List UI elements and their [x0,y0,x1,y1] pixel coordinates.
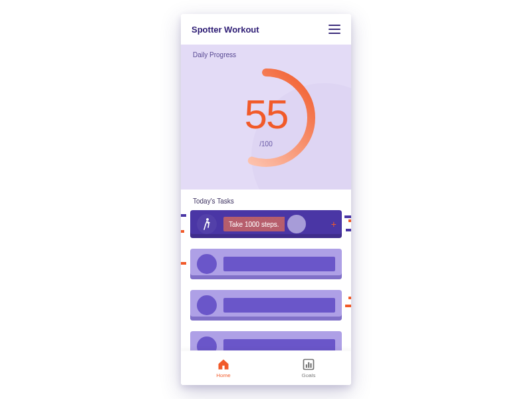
progress-value: 55 [245,94,288,135]
svg-point-1 [206,218,209,221]
task-progress-bar[interactable]: Take 1000 steps. [223,217,335,231]
nav-goals[interactable]: Goals [266,351,351,385]
bar-chart-icon [302,358,315,371]
task-row: Take 1000 steps. + [181,210,351,238]
decor-tick [348,219,351,222]
daily-progress-label: Daily Progress [193,51,236,59]
task-progress-bar [223,257,335,271]
task-icon-placeholder [197,336,217,350]
svg-rect-3 [306,364,307,368]
progress-ring: 55 /100 [213,65,319,171]
task-card[interactable] [190,290,342,321]
walk-icon [197,214,217,234]
task-card[interactable] [190,331,342,350]
nav-goals-label: Goals [302,372,316,378]
decor-tick [346,229,351,231]
bottom-nav: Home Goals [181,350,351,385]
svg-rect-4 [308,362,309,368]
task-row [181,249,351,279]
decor-tick [181,230,184,233]
task-label: Take 1000 steps. [223,221,279,228]
nav-home-label: Home [216,372,230,378]
task-progress-bar [223,339,335,350]
decor-tick [345,305,351,307]
menu-icon[interactable] [329,25,340,34]
decor-tick [181,214,186,217]
phone-frame: Spotter Workout Daily Progress [181,14,351,385]
daily-progress-panel: Daily Progress 55 /100 [181,45,351,190]
app-title: Spotter Workout [192,25,259,35]
home-icon [217,358,230,371]
add-icon[interactable]: + [331,219,336,229]
decor-tick [348,297,351,299]
svg-rect-5 [311,363,312,368]
task-icon-placeholder [197,254,217,274]
slider-knob[interactable] [287,215,306,233]
task-progress-bar [223,298,335,313]
tasks-title: Today's Tasks [181,198,351,210]
task-card-active[interactable]: Take 1000 steps. + [190,210,342,238]
decor-tick [344,215,351,218]
nav-home[interactable]: Home [181,351,266,385]
task-card[interactable] [190,249,342,279]
progress-total: /100 [259,140,272,148]
decor-tick [181,262,186,265]
app-header: Spotter Workout [181,14,351,45]
tasks-section: Today's Tasks Take 1000 steps [181,190,351,350]
task-row [181,290,351,321]
task-row [181,331,351,346]
task-icon-placeholder [197,295,217,315]
